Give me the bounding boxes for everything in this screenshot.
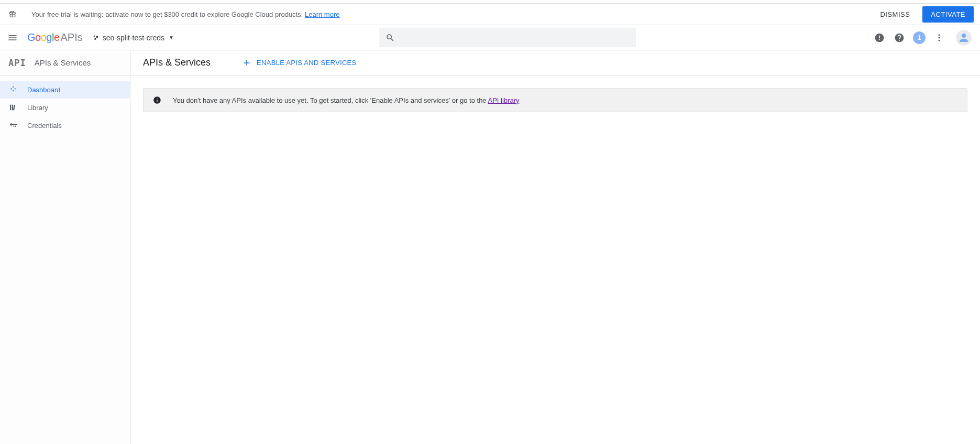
svg-point-1 [96,36,98,38]
credentials-icon [8,121,18,130]
api-logo-icon: API [8,58,26,68]
avatar-icon [957,31,970,44]
sidebar-title: APIs & Services [35,58,91,67]
notifications-button[interactable]: 1 [913,31,926,44]
trial-activate-button[interactable]: ACTIVATE [922,6,974,23]
search-icon [386,33,395,42]
sidebar: API APIs & Services Dashboard Library [0,50,130,444]
main-content: APIs & Services ENABLE APIS AND SERVICES… [130,50,980,444]
cloud-shell-button[interactable] [873,31,886,44]
trial-text: Your free trial is waiting: activate now… [31,10,339,18]
header-bar: Google APIs seo-split-test-creds ▼ 1 [0,25,980,50]
svg-point-6 [962,34,966,38]
project-picker[interactable]: seo-split-test-creds ▼ [92,34,174,42]
trial-learn-more-link[interactable]: Learn more [305,10,339,18]
search-input[interactable] [379,28,636,47]
apis-logo-text: APIs [61,31,83,44]
empty-state-notice: You don't have any APIs available to use… [143,88,967,112]
sidebar-header[interactable]: API APIs & Services [0,50,130,75]
gift-icon [8,10,17,18]
sidebar-item-library[interactable]: Library [0,99,130,116]
trial-banner: Your free trial is waiting: activate now… [0,3,980,25]
info-icon [153,96,161,104]
menu-icon [7,33,18,43]
google-logo-text: Google [27,31,60,44]
project-hex-icon [92,34,100,41]
main-header: APIs & Services ENABLE APIS AND SERVICES [130,50,980,75]
help-icon [894,33,905,43]
library-icon [8,103,18,112]
svg-point-0 [93,35,95,37]
help-button[interactable] [893,31,906,44]
utilities-menu-button[interactable] [933,31,945,44]
announcement-icon [874,33,885,43]
plus-icon [242,58,251,68]
sidebar-item-label: Library [27,104,48,112]
sidebar-item-dashboard[interactable]: Dashboard [0,81,130,99]
google-apis-logo[interactable]: Google APIs [27,31,83,44]
sidebar-item-credentials[interactable]: Credentials [0,116,130,134]
svg-point-4 [939,37,940,38]
trial-dismiss-button[interactable]: DISMISS [873,6,917,23]
svg-point-2 [94,38,96,40]
enable-apis-label: ENABLE APIS AND SERVICES [257,59,356,67]
overflow-menu-icon [934,33,944,42]
notification-count: 1 [917,34,921,41]
page-title: APIs & Services [143,57,211,68]
user-avatar[interactable] [956,30,972,46]
svg-point-3 [939,34,940,36]
svg-point-5 [939,39,940,41]
enable-apis-button[interactable]: ENABLE APIS AND SERVICES [242,58,356,68]
dashboard-icon [8,85,18,94]
sidebar-item-label: Dashboard [27,86,61,94]
notice-text: You don't have any APIs available to use… [173,96,519,104]
caret-down-icon: ▼ [169,35,174,40]
project-name: seo-split-test-creds [103,34,164,42]
sidebar-item-label: Credentials [27,122,62,129]
hamburger-menu-button[interactable] [6,31,19,44]
api-library-link[interactable]: API library [488,96,520,104]
